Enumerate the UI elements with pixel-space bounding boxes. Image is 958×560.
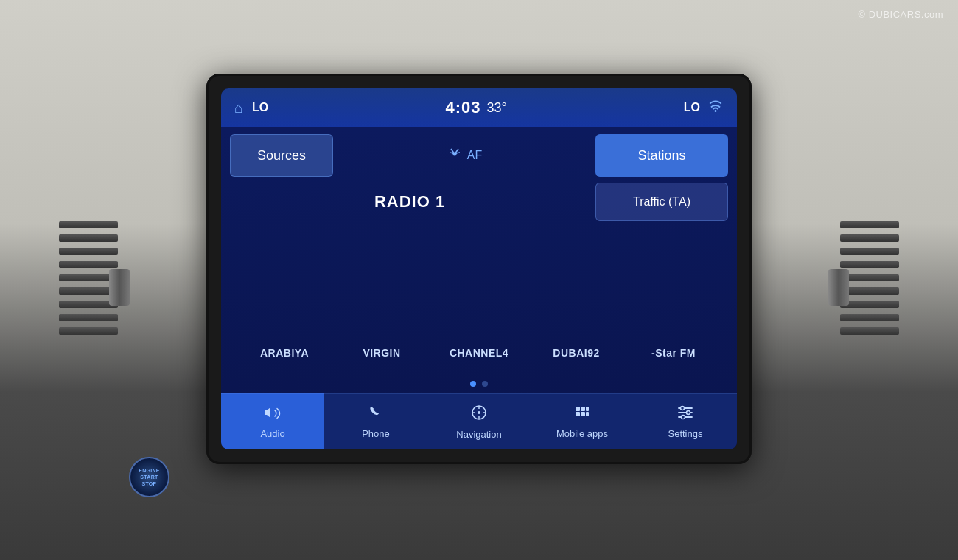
preset-dubai92[interactable]: DUBAI92 [528,347,625,359]
infotainment-screen-outer: ⌂ LO 4:03 33° LO S [206,74,752,464]
nav-navigation[interactable]: Navigation [427,393,531,449]
presets-row: ARABIYA VIRGIN CHANNEL4 DUBAI92 -Star FM [230,333,728,373]
nav-bar: Audio Phone [221,393,737,449]
audio-icon [264,405,282,425]
svg-point-2 [478,411,480,414]
preset-arabiya[interactable]: ARABIYA [236,347,333,359]
svg-rect-7 [576,407,580,411]
status-right: LO [684,99,724,116]
dot-2[interactable] [482,381,488,387]
svg-point-17 [687,411,690,415]
nav-mobile-apps[interactable]: Mobile apps [531,393,634,449]
knob-right[interactable] [828,269,849,306]
wifi-icon [707,99,724,116]
phone-label: Phone [362,428,390,439]
watermark: © DUBICARS.com [858,9,943,20]
svg-rect-9 [586,407,589,411]
knob-left[interactable] [109,269,130,306]
page-dots [230,379,728,389]
audio-label: Audio [260,428,284,439]
stations-button[interactable]: Stations [595,134,728,177]
svg-point-16 [681,407,685,410]
vent-right [840,221,899,354]
svg-rect-10 [576,412,580,416]
status-bar: ⌂ LO 4:03 33° LO [221,88,737,127]
home-icon[interactable]: ⌂ [234,99,243,116]
svg-rect-8 [581,407,585,411]
content-spacer [230,227,728,327]
top-row: Sources AF Stations [230,134,728,177]
settings-icon [676,405,694,425]
navigation-icon [470,404,488,426]
sources-button[interactable]: Sources [230,134,333,177]
lo-right-label: LO [684,101,700,114]
settings-label: Settings [668,428,703,439]
main-content: Sources AF Stations [221,127,737,393]
dot-1[interactable] [470,381,476,387]
temperature-display: 33° [486,100,506,116]
radio-name: RADIO 1 [230,192,590,211]
engine-start-stop-button[interactable]: ENGINE START STOP [129,457,169,497]
svg-point-18 [682,416,685,419]
svg-rect-12 [586,412,589,416]
preset-channel4[interactable]: CHANNEL4 [430,347,528,359]
navigation-label: Navigation [456,429,501,440]
antenna-icon [447,146,463,166]
lo-left-label: LO [252,101,268,114]
radio-row: RADIO 1 Traffic (TA) [230,183,728,221]
nav-phone[interactable]: Phone [324,393,427,449]
traffic-ta-button[interactable]: Traffic (TA) [595,183,728,221]
svg-rect-11 [581,412,585,416]
preset-starfm[interactable]: -Star FM [625,347,722,359]
mobile-apps-icon [573,405,591,425]
time-display: 4:03 [445,98,480,117]
preset-virgin[interactable]: VIRGIN [333,347,430,359]
infotainment-screen: ⌂ LO 4:03 33° LO S [221,88,737,449]
phone-icon [368,405,384,425]
nav-settings[interactable]: Settings [634,393,737,449]
nav-audio[interactable]: Audio [221,393,324,449]
af-button[interactable]: AF [339,134,590,177]
mobile-apps-label: Mobile apps [556,428,608,439]
